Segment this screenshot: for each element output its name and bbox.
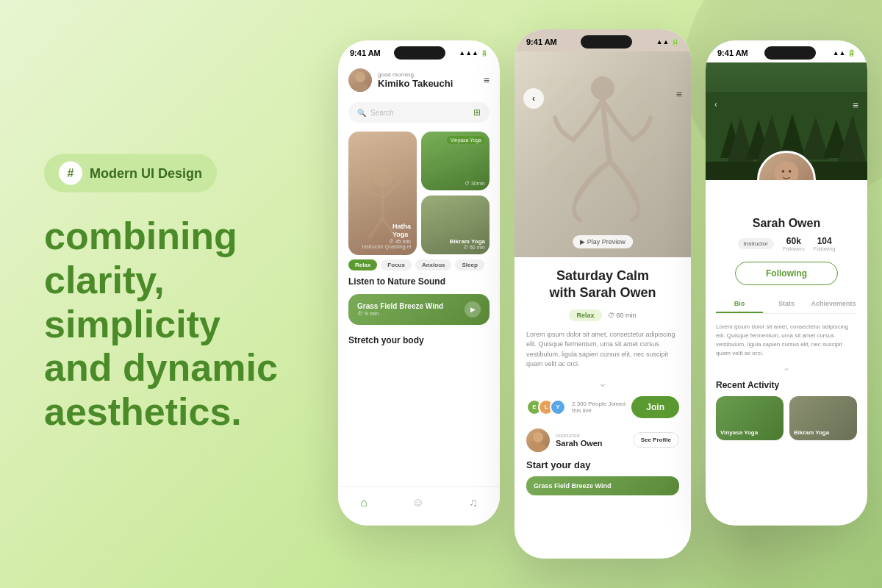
phone3-hero: ‹ ≡ [706,62,867,180]
phone-1-home: 9:41 AM ▲▲▲ 🔋 good morning, Kimiko Takeu… [338,40,500,526]
phone1-user-name: Kimiko Takeuchi [378,78,484,89]
phone3-bio-chevron: ⌄ [716,362,857,373]
phone2-description: Lorem ipsum dolor sit amet, consectetur … [526,330,679,370]
phone3-following-stat: 104 Following [814,236,836,251]
filter-icon[interactable]: ⊞ [473,107,481,118]
participant-avatars: E L Y [526,399,566,415]
phone3-bio-text: Lorem ipsum dolor sit amet, consectetur … [716,323,857,358]
phone3-profile-name: Sarah Owen [716,217,857,230]
phone3-back-button[interactable]: ‹ [714,99,717,110]
phone1-header: good morning, Kimiko Takeuchi ≡ [338,62,500,98]
nature-play-button[interactable]: ▶ [465,301,481,318]
svg-point-24 [789,170,792,173]
tag-focus[interactable]: Focus [381,259,412,270]
phone2-start-day-title: Start your day [526,459,679,470]
phone2-back-button[interactable]: ‹ [523,88,544,109]
tag-relax[interactable]: Relax [348,259,377,270]
tag-sleep[interactable]: Sleep [455,259,484,270]
phone2-dynamic-island [581,35,632,49]
phone1-yoga-cards: HathaYoga ⏱ 45 min Instructor Quanling e… [338,127,500,259]
bikram-meta: ⏱ 60 min [463,245,485,250]
instructor-name: Sarah Owen [556,439,603,448]
phone1-user-avatar [348,68,372,92]
phone1-dynamic-island [394,46,445,60]
nav-person-icon[interactable]: ☺ [412,496,424,509]
search-icon: 🔍 [357,109,366,117]
hatha-yoga-card[interactable]: HathaYoga ⏱ 45 min Instructor Quanling e… [348,132,417,255]
following-count: 104 [814,236,836,246]
tab-bio[interactable]: Bio [716,295,763,313]
phone2-menu-icon[interactable]: ≡ [676,88,682,100]
svg-point-8 [591,76,614,100]
phone2-nature-preview-title: Grass Field Breeze Wind [534,482,611,490]
svg-point-21 [774,161,798,180]
tab-stats[interactable]: Stats [763,295,810,313]
followers-label: Followers [783,246,805,251]
phone3-profile-tabs: Bio Stats Achievements [716,295,857,314]
phone1-tags-row: Relax Focus Anxious Sleep [338,259,500,270]
phone2-participants-row: E L Y 2,300 People Joined this live Join [526,396,679,418]
phone3-status-icons: ▲▲ 🔋 [833,49,856,57]
phone2-session-tags: Relax ⏱ 60 min [526,309,679,321]
recent-bikram-label: Bikram Yoga [794,429,829,436]
following-label: Following [814,246,836,251]
tag-text: Modern UI Design [90,165,202,181]
svg-point-2 [373,167,393,187]
instructor-avatar [526,429,550,452]
phone2-nature-preview[interactable]: Grass Field Breeze Wind [526,476,679,495]
phone1-nature-card[interactable]: Grass Field Breeze Wind ⏱ 9 min ▶ [348,294,490,325]
phone1-greeting: good morning, Kimiko Takeuchi [372,71,484,89]
phone2-preview-label: ▶ Play Preview [573,235,633,248]
nature-card-meta: ⏱ 9 min [357,310,443,317]
phone-3-profile: 9:41 AM ▲▲ 🔋 [706,40,867,526]
svg-point-1 [351,83,369,92]
svg-point-23 [782,170,785,173]
phone2-relax-tag: Relax [569,309,601,321]
see-profile-button[interactable]: See Profile [633,432,679,448]
phone1-status-icons: ▲▲▲ 🔋 [459,49,488,57]
recent-card-bikram[interactable]: Bikram Yoga [789,396,857,440]
phone2-status-icons: ▲▲ 🔋 [656,38,679,46]
phone3-profile-avatar [757,151,816,180]
phone1-search-placeholder: Search [370,109,469,117]
recent-card-vinyasa[interactable]: Vinyasa Yoga [716,396,784,440]
nature-card-title: Grass Field Breeze Wind [357,302,443,310]
phone2-status-time: 9:41 AM [526,37,557,46]
hamburger-icon[interactable]: ≡ [484,74,490,86]
svg-point-10 [529,443,547,452]
nav-music-icon[interactable]: ♫ [469,496,478,509]
following-button[interactable]: Following [735,262,838,285]
tab-achievements[interactable]: Achievements [810,295,857,313]
svg-point-9 [533,432,543,442]
main-headline: combining clarity, simplicity and dynami… [44,215,294,434]
phone2-duration-tag: ⏱ 60 min [608,309,637,321]
hash-icon: # [59,162,82,185]
svg-line-6 [369,218,383,238]
bikram-yoga-card[interactable]: Bikram Yoga ⏱ 60 min [421,196,490,254]
phone2-content: Saturday Calmwith Sarah Owen Relax ⏱ 60 … [514,257,691,506]
phone3-status-time: 9:41 AM [717,49,748,57]
recent-vinyasa-label: Vinyasa Yoga [720,429,758,436]
phone-2-session: 9:41 AM ▲▲ 🔋 ‹ ≡ ▶ Play Preview [514,29,691,559]
instructor-details: Instructor Sarah Owen [556,432,603,448]
phone1-nature-section-title: Listen to Nature Sound [338,270,500,290]
phone2-hero-image: ‹ ≡ ▶ Play Preview [514,51,691,257]
phone1-search-bar[interactable]: 🔍 Search ⊞ [348,102,490,123]
phone3-role-stats: Instructor 60k Followers 104 Following [716,236,857,251]
vinyasa-yoga-card[interactable]: Vinyasa Yoga ⏱ 30min [421,132,490,190]
phone3-profile-content: Sarah Owen Instructor 60k Followers 104 … [706,180,867,451]
join-button[interactable]: Join [631,396,679,418]
phone1-good-morning-text: good morning, [378,71,484,78]
instructor-label: Instructor [556,432,603,439]
phone2-instructor-row: Instructor Sarah Owen See Profile [526,429,679,452]
tag-anxious[interactable]: Anxious [415,259,452,270]
followers-count: 60k [783,236,805,246]
participants-count-text: 2,300 People Joined this live [572,401,625,414]
svg-point-0 [355,72,365,82]
nav-home-icon[interactable]: ⌂ [360,496,368,509]
bikram-yoga-label: Bikram Yoga [450,238,485,245]
phone2-chevron-down: ⌄ [526,377,679,389]
phone3-menu-icon[interactable]: ≡ [853,99,858,111]
svg-line-4 [362,187,383,198]
phone1-bottom-nav: ⌂ ☺ ♫ [338,486,500,526]
